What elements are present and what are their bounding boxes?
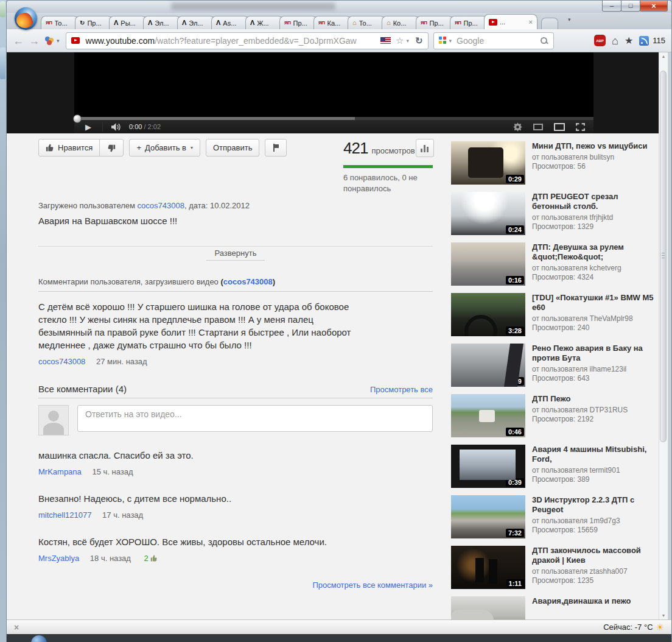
close-button[interactable]: × bbox=[640, 1, 668, 12]
related-video-title[interactable]: 3D Инструктор 2.2.3 ДТП с Peugeot bbox=[532, 495, 659, 515]
scrollbar-thumb[interactable] bbox=[660, 71, 667, 442]
tab-overflow-caret-icon[interactable]: ▾ bbox=[568, 16, 571, 26]
new-tab-button[interactable] bbox=[541, 18, 558, 29]
forward-icon[interactable]: → bbox=[29, 35, 40, 46]
share-button[interactable]: Отправить bbox=[206, 139, 259, 157]
maximize-button[interactable]: □ bbox=[621, 1, 640, 12]
uploader-link[interactable]: cocos743008 bbox=[223, 277, 273, 286]
related-video-item[interactable]: 0:29 Мини ДТП, пежо vs мицубисиот пользо… bbox=[451, 141, 659, 192]
related-video-item[interactable]: 0:46 ДТП Пежоот пользователя DTP31RUSПро… bbox=[451, 394, 659, 445]
bookmarks-star-icon[interactable]: ★ bbox=[625, 36, 633, 46]
firefox-menu-button[interactable] bbox=[15, 7, 37, 30]
google-logo-icon[interactable] bbox=[439, 37, 447, 44]
reply-input[interactable] bbox=[77, 405, 433, 432]
video-thumbnail[interactable]: 0:46 bbox=[451, 394, 525, 437]
back-icon[interactable]: ← bbox=[13, 35, 24, 46]
related-video-title[interactable]: Рено Пежо авария в Баку на против Бута bbox=[532, 344, 659, 363]
search-engine-caret-icon[interactable]: ▾ bbox=[449, 38, 452, 44]
tab-11[interactable]: ЯППр... bbox=[416, 16, 453, 29]
related-video-item[interactable]: 0:39 Авария 4 машины Mitsubishi, Ford,от… bbox=[451, 445, 659, 495]
video-thumbnail[interactable]: 0:16 bbox=[451, 242, 525, 286]
tab-1[interactable]: ↻Пр... bbox=[75, 16, 113, 29]
reload-icon[interactable]: ↻ bbox=[415, 35, 423, 46]
tab-7[interactable]: ЯППр... bbox=[279, 16, 317, 29]
search-icon[interactable] bbox=[540, 37, 548, 45]
small-player-icon[interactable] bbox=[528, 124, 548, 130]
addon-bar-close-icon[interactable]: × bbox=[14, 623, 19, 632]
related-video-title[interactable]: ДТП Пежо bbox=[532, 394, 628, 404]
related-video-item[interactable]: Авария,двинашка и пежо bbox=[451, 596, 659, 619]
uploader-link[interactable]: cocos743008 bbox=[138, 201, 184, 210]
tab-3[interactable]: ΛЭл... bbox=[143, 16, 181, 29]
settings-gear-icon[interactable] bbox=[508, 122, 528, 132]
expand-button[interactable]: Развернуть bbox=[206, 247, 265, 261]
related-video-title[interactable]: ДТП: Девушка за рулем &quot;Пежо&quot; bbox=[532, 242, 659, 262]
tab-9[interactable]: ⌂То... bbox=[348, 16, 385, 29]
related-video-title[interactable]: ДТП закончилось массовой дракой | Киев bbox=[532, 546, 659, 565]
url-dropdown-caret-icon[interactable]: ▾ bbox=[406, 38, 409, 44]
bookmarks-caret-icon[interactable]: ▾ bbox=[57, 38, 60, 44]
statistics-button[interactable] bbox=[416, 139, 434, 157]
related-video-title[interactable]: Авария 4 машины Mitsubishi, Ford, bbox=[532, 445, 659, 464]
dislike-button[interactable] bbox=[99, 139, 124, 157]
url-bar[interactable]: www.youtube.com /watch?feature=player_em… bbox=[66, 32, 429, 49]
divider bbox=[38, 398, 433, 398]
video-thumbnail[interactable]: 0:39 bbox=[451, 445, 525, 488]
volume-icon[interactable] bbox=[103, 123, 129, 131]
video-thumbnail[interactable]: 0:39 bbox=[451, 344, 525, 387]
tab-12[interactable]: ЯППр... bbox=[450, 16, 488, 29]
tab-0[interactable]: ЯПТо... bbox=[41, 16, 79, 29]
related-video-title[interactable]: Авария,двинашка и пежо bbox=[532, 596, 631, 606]
related-video-title[interactable]: [TDU] «Покатушки #1» BMW M5 e60 bbox=[532, 293, 659, 312]
related-video-title[interactable]: Мини ДТП, пежо vs мицубиси bbox=[532, 141, 648, 151]
bookmark-star-icon[interactable]: ☆ bbox=[396, 35, 404, 46]
scroll-down-icon[interactable]: ▼ bbox=[659, 613, 668, 618]
page-scrollbar[interactable]: ▲ ▼ bbox=[659, 52, 668, 619]
tab-6[interactable]: ΛЖ... bbox=[245, 16, 283, 29]
tab-10[interactable]: ⌂Ко... bbox=[382, 16, 419, 29]
search-bar[interactable]: ▾ Google bbox=[433, 32, 554, 49]
video-thumbnail[interactable]: 0:29 bbox=[451, 141, 525, 185]
comment-author-link[interactable]: cocos743008 bbox=[38, 357, 85, 366]
play-icon[interactable]: ▶ bbox=[74, 123, 102, 131]
tab-8[interactable]: ЯПКа... bbox=[313, 16, 351, 29]
related-video-item[interactable]: 3:28 [TDU] «Покатушки #1» BMW M5 e60от п… bbox=[451, 293, 659, 344]
tab-4[interactable]: ΛЭл... bbox=[177, 16, 215, 29]
adblock-icon[interactable]: ABP bbox=[594, 35, 606, 46]
fullscreen-icon[interactable] bbox=[570, 123, 593, 131]
related-video-title[interactable]: ДТП PEUGEOT срезал бетонный столб. bbox=[532, 192, 659, 211]
comment-author-link[interactable]: mitchell121077 bbox=[38, 510, 91, 520]
video-thumbnail[interactable]: 7:32 bbox=[451, 495, 525, 538]
video-thumbnail[interactable]: 0:24 bbox=[451, 192, 525, 235]
view-all-comments-link[interactable]: Просмотреть все комментарии » bbox=[312, 580, 433, 590]
tab-2[interactable]: ΛРы... bbox=[109, 16, 147, 29]
flag-button[interactable] bbox=[265, 139, 287, 157]
wide-player-icon[interactable] bbox=[548, 123, 570, 131]
bookmarks-menu-icon[interactable] bbox=[44, 37, 55, 45]
scroll-up-icon[interactable]: ▲ bbox=[659, 54, 668, 58]
rss-icon[interactable] bbox=[639, 36, 649, 46]
video-thumbnail[interactable]: 3:28 bbox=[451, 293, 525, 336]
related-video-item[interactable]: 1:11 ДТП закончилось массовой дракой | К… bbox=[451, 546, 659, 596]
like-button[interactable]: Нравится bbox=[38, 139, 100, 157]
related-video-item[interactable]: 0:24 ДТП PEUGEOT срезал бетонный столб.о… bbox=[451, 192, 659, 242]
tab-youtube-active[interactable]: ... × bbox=[484, 14, 537, 29]
view-all-link[interactable]: Просмотреть все bbox=[370, 385, 433, 394]
home-icon[interactable]: ⌂ bbox=[612, 35, 618, 46]
video-screen[interactable] bbox=[74, 52, 593, 117]
minimize-button[interactable]: – bbox=[602, 1, 621, 12]
weather-widget[interactable]: Сейчас: -7 °C ☀ bbox=[603, 623, 664, 632]
tab-5[interactable]: ΛAs... bbox=[211, 16, 249, 29]
comment-author-link[interactable]: MrsZyablya bbox=[38, 554, 79, 563]
add-to-button[interactable]: + Добавить в ▾ bbox=[129, 139, 200, 157]
related-video-item[interactable]: 0:16 ДТП: Девушка за рулем &quot;Пежо&qu… bbox=[451, 242, 659, 293]
video-thumbnail[interactable] bbox=[451, 596, 525, 619]
related-video-item[interactable]: 7:32 3D Инструктор 2.2.3 ДТП с Peugeotот… bbox=[451, 495, 659, 546]
window-controls: – □ × bbox=[603, 1, 668, 12]
titlebar[interactable]: – □ × bbox=[7, 1, 671, 13]
video-thumbnail[interactable]: 1:11 bbox=[451, 546, 525, 589]
related-video-item[interactable]: 0:39 Рено Пежо авария в Баку на против Б… bbox=[451, 344, 659, 394]
tab-close-icon[interactable]: × bbox=[529, 18, 533, 26]
us-flag-icon[interactable] bbox=[380, 37, 391, 44]
comment-author-link[interactable]: MrKampana bbox=[38, 467, 82, 476]
